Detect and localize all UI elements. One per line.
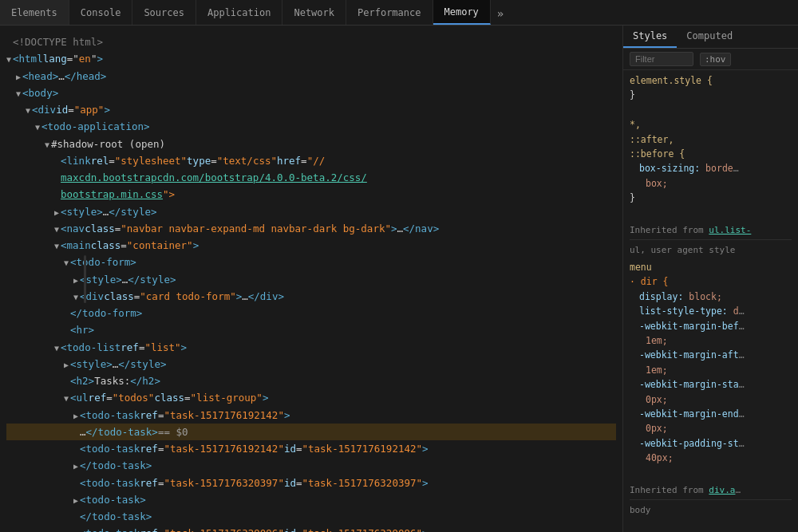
dom-line-body[interactable]: <body>	[6, 85, 616, 101]
inherited-body-section: Inherited from div.a… body	[630, 480, 792, 517]
tab-network[interactable]: Network	[282, 0, 346, 25]
expand-task1-icon[interactable]	[73, 409, 78, 423]
tab-bar: Elements Console Sources Application Net…	[0, 0, 798, 26]
dom-line-doctype: ▶ <!DOCTYPE html>	[6, 33, 616, 50]
dom-line-bootstrap-min: ▶ bootstrap.min.css">	[6, 186, 616, 203]
expand-div-icon[interactable]	[26, 104, 30, 117]
dom-line-bootstrap-url: ▶ maxcdn.bootstrapcdn.com/bootstrap/4.0.…	[6, 169, 616, 186]
expand-body-icon[interactable]	[16, 87, 21, 100]
expand-todo-form-icon[interactable]	[64, 256, 69, 270]
inherited-section: Inherited from ul.list- ul, user agent s…	[630, 220, 792, 466]
wildcard-section: *, ::after, ::before { box-sizing: borde…	[630, 117, 792, 205]
dom-content: ▶ <!DOCTYPE html> <html lang="en" > <hea…	[0, 30, 622, 532]
dom-line-task3-end: ▶ </todo-task>	[6, 508, 616, 525]
tab-console[interactable]: Console	[69, 0, 133, 25]
dom-line-task1[interactable]: <todo-task ref="task-1517176192142" >	[6, 407, 616, 424]
dom-line-ul[interactable]: <ul ref="todos" class="list-group" >	[6, 389, 616, 406]
dom-line-style-3[interactable]: <style>…</style>	[6, 356, 616, 372]
expand-main-icon[interactable]	[54, 239, 59, 253]
expand-todo-app-icon[interactable]	[35, 120, 40, 134]
dom-line-task2-close: </todo-task>	[6, 457, 616, 474]
dom-line-task3-close[interactable]: <todo-task>	[6, 491, 616, 508]
hov-button[interactable]: :hov	[700, 53, 731, 66]
element-style-section: element.style { }	[630, 73, 792, 103]
expand-style2-icon[interactable]	[73, 274, 78, 287]
tab-elements[interactable]: Elements	[0, 0, 69, 25]
dom-line-main[interactable]: <main class="container" >	[6, 237, 616, 254]
expand-head-icon[interactable]	[16, 70, 21, 84]
expand-task3-icon[interactable]	[73, 494, 78, 507]
dom-line-style-1[interactable]: <style>…</style>	[6, 203, 616, 220]
tab-computed[interactable]: Computed	[677, 26, 742, 48]
expand-ul-icon[interactable]	[64, 392, 69, 405]
dom-line-style-2[interactable]: <style>…</style>	[6, 271, 616, 288]
dom-line-shadow-root[interactable]: #shadow-root (open)	[6, 136, 616, 152]
dom-line-todo-app[interactable]: <todo-application>	[6, 118, 616, 135]
dom-line-div-app[interactable]: <div id="app" >	[6, 101, 616, 118]
dom-line-task1-selected[interactable]: ▶ …</todo-task> == $0	[6, 424, 616, 440]
tab-application[interactable]: Application	[196, 0, 282, 25]
expand-todo-list-icon[interactable]	[54, 341, 59, 355]
dom-line-todo-form-close: ▶ </todo-form>	[6, 305, 616, 321]
styles-panel: Styles Computed :hov element.style { } *…	[622, 26, 798, 532]
dom-panel: ▶ <!DOCTYPE html> <html lang="en" > <hea…	[0, 26, 622, 532]
dom-line-task4[interactable]: ▶ <todo-task ref="task-1517176329096" id…	[6, 525, 616, 532]
tab-memory[interactable]: Memory	[433, 0, 491, 25]
scroll-indicator	[84, 255, 86, 303]
expand-html-icon[interactable]	[6, 53, 11, 66]
dom-line-card[interactable]: <div class="card todo-form" >…</div>	[6, 288, 616, 305]
dom-line-todo-list[interactable]: <todo-list ref="list" >	[6, 339, 616, 356]
expand-card-icon[interactable]	[73, 290, 78, 304]
dom-line-task3[interactable]: ▶ <todo-task ref="task-1517176320397" id…	[6, 475, 616, 491]
tab-styles[interactable]: Styles	[623, 26, 677, 48]
dom-line-nav[interactable]: <nav class="navbar navbar-expand-md navb…	[6, 220, 616, 237]
styles-computed-tabs: Styles Computed	[623, 26, 798, 49]
expand-shadow-icon[interactable]	[45, 138, 49, 152]
dom-line-hr: ▶ <hr>	[6, 321, 616, 338]
expand-style3-icon[interactable]	[64, 358, 69, 372]
filter-input[interactable]	[630, 52, 693, 66]
dom-line-link: ▶ <link rel="stylesheet" type="text/css"…	[6, 152, 616, 169]
tab-sources[interactable]: Sources	[132, 0, 196, 25]
dom-line-todo-form[interactable]: <todo-form>	[6, 254, 616, 270]
more-tabs-button[interactable]: »	[491, 2, 510, 25]
dom-line-h2: ▶ <h2>Tasks:</h2>	[6, 372, 616, 389]
tab-performance[interactable]: Performance	[346, 0, 433, 25]
dom-line-task2[interactable]: ▶ <todo-task ref="task-1517176192142" id…	[6, 440, 616, 457]
styles-content: element.style { } *, ::after, ::before {…	[623, 70, 798, 532]
filter-bar: :hov	[623, 49, 798, 70]
dom-line-head[interactable]: <head>…</head>	[6, 68, 616, 85]
dom-line-html[interactable]: <html lang="en" >	[6, 50, 616, 67]
expand-style-icon[interactable]	[54, 206, 59, 219]
main-area: ▶ <!DOCTYPE html> <html lang="en" > <hea…	[0, 26, 798, 532]
expand-nav-icon[interactable]	[54, 223, 59, 236]
expand-task2-icon[interactable]	[73, 459, 78, 473]
